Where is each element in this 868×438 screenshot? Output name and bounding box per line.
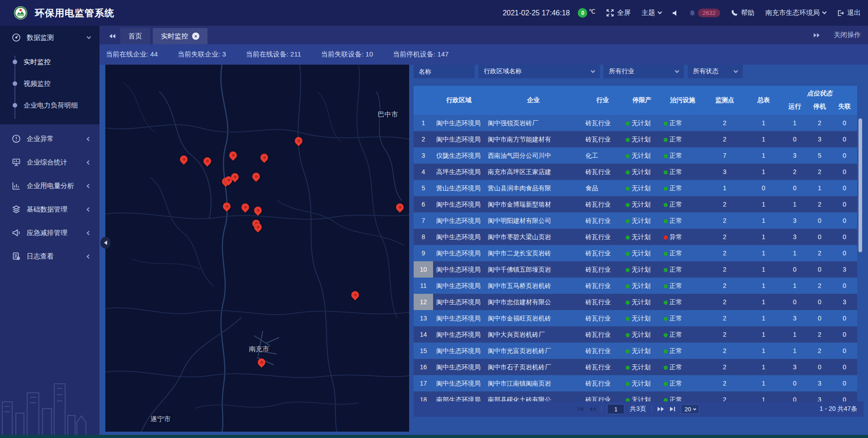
row-stopped-count: 5 xyxy=(807,147,832,164)
row-disconnected-count: 0 xyxy=(832,212,857,229)
status-dot xyxy=(626,349,630,353)
table-row[interactable]: 11 阆中生态环境局 阆中市五马桥页岩机砖 砖瓦行业 无计划 正常 2 1 1 … xyxy=(414,278,857,294)
sidebar-item-enterprise-abnormal[interactable]: 企业异常 xyxy=(0,127,99,151)
name-filter-input[interactable] xyxy=(414,65,475,78)
row-facility-status: 正常 xyxy=(661,115,704,131)
row-running-count: 0 xyxy=(782,294,807,310)
row-industry: 砖瓦行业 xyxy=(582,310,623,326)
row-company: 西南油气田分公司川中 xyxy=(485,147,582,164)
region-filter-value: 行政区域名称 xyxy=(484,67,522,75)
tabs-scroll-right-button[interactable] xyxy=(813,33,820,38)
row-facility-status: 正常 xyxy=(661,261,704,278)
table-row[interactable]: 4 高坪生态环境局 南充市高坪区王家店建 砖瓦行业 无计划 正常 3 1 2 2… xyxy=(414,164,857,180)
sidebar-item-power-analysis[interactable]: 企业用电量分析 xyxy=(0,174,99,198)
tab-bar: 首页 实时监控 × 关闭操作 xyxy=(99,26,868,44)
first-page-button[interactable] xyxy=(578,406,584,412)
page-size-select[interactable]: 20 xyxy=(681,404,699,414)
sidebar-item-emergency-reduction[interactable]: 应急减排管理 xyxy=(0,221,99,245)
page-number-input[interactable] xyxy=(607,404,624,414)
row-monitor-count: 2 xyxy=(704,294,745,310)
tab-label: 首页 xyxy=(128,32,142,41)
row-company: 阆中市枣碧大梁山页岩 xyxy=(485,229,582,245)
status-dot xyxy=(664,252,668,256)
close-operations-button[interactable]: 关闭操作 xyxy=(834,31,861,39)
sidebar-subitem-label: 实时监控 xyxy=(24,58,51,66)
divider xyxy=(651,405,652,413)
row-region: 阆中生态环境局 xyxy=(433,310,485,326)
table-row[interactable]: 6 阆中生态环境局 阆中市金博瑞新型墙材 砖瓦行业 无计划 正常 2 1 1 2… xyxy=(414,196,857,212)
theme-dropdown[interactable]: 主题 xyxy=(642,9,661,17)
row-monitor-count: 3 xyxy=(704,164,745,180)
app-title: 环保用电监管系统 xyxy=(35,7,114,19)
region-filter-select[interactable]: 行政区域名称 xyxy=(478,65,600,78)
row-monitor-count: 2 xyxy=(704,229,745,245)
status-dot xyxy=(626,187,630,191)
stat-item: 当前停机设备147 xyxy=(393,50,448,59)
industry-filter-select[interactable]: 所有行业 xyxy=(604,65,684,78)
table-row[interactable]: 2 阆中生态环境局 阆中市南方节能建材有 砖瓦行业 无计划 正常 2 1 0 3… xyxy=(414,131,857,147)
status-dot xyxy=(664,122,668,126)
row-stopped-count: 0 xyxy=(807,229,832,245)
status-dot xyxy=(626,154,630,158)
table-row[interactable]: 5 营山生态环境局 营山县润丰肉食品有限 食品 无计划 正常 1 0 0 1 0 xyxy=(414,180,857,196)
sidebar-subitem-power-load-detail[interactable]: 企业电力负荷明细 xyxy=(0,94,99,116)
row-limit-status: 无计划 xyxy=(623,310,661,326)
tab-home[interactable]: 首页 xyxy=(120,28,150,44)
table-row[interactable]: 3 仪陇生态环境局 西南油气田分公司川中 化工 无计划 正常 7 1 3 5 0 xyxy=(414,147,857,164)
sidebar-item-enterprise-statistics[interactable]: 企业综合统计 xyxy=(0,151,99,174)
status-dot xyxy=(626,219,630,223)
row-index: 15 xyxy=(414,343,433,359)
table-row[interactable]: 17 阆中生态环境局 阆中市江南镇阆南页岩 砖瓦行业 无计划 正常 2 1 0 … xyxy=(414,375,857,391)
map-panel[interactable]: 巴中市南充市遂宁市 xyxy=(105,65,409,432)
mute-button[interactable] xyxy=(672,10,678,16)
logout-button[interactable]: 退出 xyxy=(837,9,861,17)
table-row[interactable]: 9 阆中生态环境局 阆中市二龙长宝页岩砖 砖瓦行业 无计划 正常 2 1 1 2… xyxy=(414,245,857,261)
table-row[interactable]: 16 阆中生态环境局 阆中市石子页岩机砖厂 砖瓦行业 无计划 正常 2 1 3 … xyxy=(414,359,857,375)
row-running-count: 0 xyxy=(782,261,807,278)
close-tab-icon[interactable]: × xyxy=(192,33,199,40)
status-filter-select[interactable]: 所有状态 xyxy=(688,65,743,78)
alarm-area[interactable]: 2632 xyxy=(689,9,720,17)
chevron-left-icon xyxy=(87,231,91,235)
sidebar-item-log-view[interactable]: 日志查看 xyxy=(0,245,99,268)
sidebar-item-data-monitor[interactable]: 数据监测 xyxy=(0,26,99,49)
sidebar-subitem-video-monitor[interactable]: 视频监控 xyxy=(0,73,99,94)
org-dropdown[interactable]: 南充市生态环境局 xyxy=(765,9,826,17)
last-page-button[interactable] xyxy=(670,406,675,412)
table-row[interactable]: 14 阆中生态环境局 阆中大兴页岩机砖厂 砖瓦行业 无计划 正常 2 1 1 2… xyxy=(414,326,857,343)
row-region: 阆中生态环境局 xyxy=(433,245,485,261)
row-index: 7 xyxy=(414,212,433,229)
speaker-icon xyxy=(672,10,678,16)
help-button[interactable]: 帮助 xyxy=(731,9,755,17)
row-limit-status: 无计划 xyxy=(623,359,661,375)
sidebar-item-base-data[interactable]: 基础数据管理 xyxy=(0,198,99,221)
table-scrollbar[interactable] xyxy=(859,118,862,252)
table-row[interactable]: 18 南部生态环境局 南部县砚化土砖有限公 砖瓦行业 无计划 正常 2 1 0 … xyxy=(414,391,857,401)
tab-realtime-monitor[interactable]: 实时监控 × xyxy=(153,28,208,44)
row-limit-label: 无计划 xyxy=(632,380,651,387)
table-row[interactable]: 15 阆中生态环境局 阆中市光富页岩机砖厂 砖瓦行业 无计划 正常 2 1 1 … xyxy=(414,343,857,359)
stat-label: 当前失联企业 xyxy=(178,50,222,58)
row-disconnected-count: 0 xyxy=(832,196,857,212)
sidebar-subitem-realtime-monitor[interactable]: 实时监控 xyxy=(0,51,99,73)
tabs-scroll-left-button[interactable] xyxy=(104,28,120,44)
table-row[interactable]: 8 阆中生态环境局 阆中市枣碧大梁山页岩 砖瓦行业 无计划 异常 2 1 3 0… xyxy=(414,229,857,245)
row-stopped-count: 2 xyxy=(807,343,832,359)
table-row[interactable]: 1 阆中生态环境局 阆中强锐页岩砖厂 砖瓦行业 无计划 正常 2 1 1 2 0 xyxy=(414,115,857,131)
fullscreen-button[interactable]: 全屏 xyxy=(606,9,631,17)
table-row[interactable]: 12 阆中生态环境局 阆中市忠信建材有限公 砖瓦行业 无计划 正常 2 1 0 … xyxy=(414,294,857,310)
previous-page-button[interactable] xyxy=(589,406,596,412)
stat-value: 44 xyxy=(150,50,158,58)
row-facility-status: 正常 xyxy=(661,310,704,326)
table-row[interactable]: 10 阆中生态环境局 阆中千佛镇五郎垭页岩 砖瓦行业 无计划 正常 2 1 0 … xyxy=(414,261,857,278)
row-index: 13 xyxy=(414,310,433,326)
row-index: 4 xyxy=(414,164,433,180)
chevron-down-icon xyxy=(591,69,595,73)
row-total-meter-count: 1 xyxy=(745,212,782,229)
table-row[interactable]: 13 阆中生态环境局 阆中市金福旺页岩机砖 砖瓦行业 无计划 正常 2 1 3 … xyxy=(414,310,857,326)
row-disconnected-count: 0 xyxy=(832,310,857,326)
stats-bar: 当前在线企业44 当前失联企业3 当前在线设备211 当前失联设备10 当前停机… xyxy=(99,44,868,65)
next-page-button[interactable] xyxy=(657,406,664,412)
sidebar-collapse-handle[interactable] xyxy=(100,237,111,249)
table-row[interactable]: 7 阆中生态环境局 阆中明阳建材有限公司 砖瓦行业 无计划 正常 2 1 3 0… xyxy=(414,212,857,229)
